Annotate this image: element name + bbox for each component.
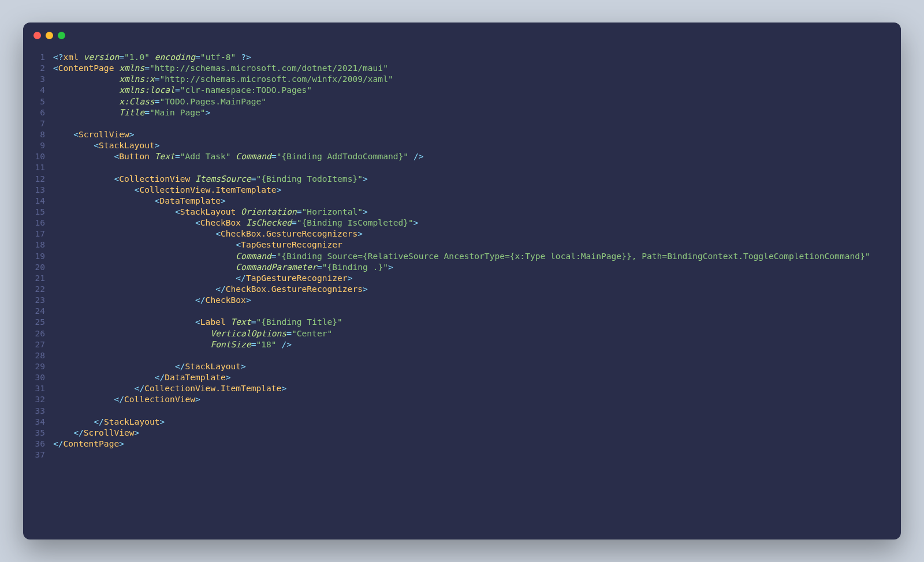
line-number: 17: [23, 228, 45, 239]
window-titlebar: [23, 23, 901, 48]
code-editor[interactable]: 1234567891011121314151617181920212223242…: [23, 48, 901, 539]
code-line: <?xml version="1.0" encoding="utf-8" ?>: [53, 51, 901, 62]
code-line: <ContentPage xmlns="http://schemas.micro…: [53, 62, 901, 73]
code-line: <StackLayout>: [53, 140, 901, 151]
editor-window: 1234567891011121314151617181920212223242…: [23, 23, 901, 539]
line-number: 8: [23, 129, 45, 140]
code-line: </CheckBox.GestureRecognizers>: [53, 283, 901, 294]
line-number: 28: [23, 350, 45, 361]
code-line: FontSize="18" />: [53, 339, 901, 350]
line-number: 14: [23, 195, 45, 206]
code-line: [53, 405, 901, 416]
line-number: 22: [23, 283, 45, 294]
code-line: <DataTemplate>: [53, 195, 901, 206]
line-number: 15: [23, 206, 45, 217]
line-number: 2: [23, 62, 45, 73]
line-number: 37: [23, 449, 45, 460]
code-content[interactable]: <?xml version="1.0" encoding="utf-8" ?><…: [53, 51, 901, 529]
line-number: 27: [23, 339, 45, 350]
close-icon[interactable]: [33, 32, 41, 39]
line-number: 36: [23, 438, 45, 449]
line-number: 33: [23, 405, 45, 416]
code-line: <StackLayout Orientation="Horizontal">: [53, 206, 901, 217]
code-line: [53, 350, 901, 361]
line-number: 12: [23, 173, 45, 184]
line-number: 11: [23, 162, 45, 173]
code-line: Command="{Binding Source={RelativeSource…: [53, 250, 901, 261]
line-number: 21: [23, 272, 45, 283]
line-number: 7: [23, 118, 45, 129]
line-number: 6: [23, 107, 45, 118]
code-line: <Label Text="{Binding Title}": [53, 316, 901, 327]
line-number: 35: [23, 427, 45, 438]
code-line: </StackLayout>: [53, 361, 901, 372]
line-number: 1: [23, 51, 45, 62]
line-number: 34: [23, 416, 45, 427]
line-number: 10: [23, 151, 45, 162]
line-number: 23: [23, 294, 45, 305]
minimize-icon[interactable]: [46, 32, 53, 39]
code-line: xmlns:local="clr-namespace:TODO.Pages": [53, 84, 901, 95]
code-line: </TapGestureRecognizer>: [53, 272, 901, 283]
code-line: [53, 118, 901, 129]
zoom-icon[interactable]: [58, 32, 65, 39]
line-number: 31: [23, 383, 45, 394]
code-line: <Button Text="Add Task" Command="{Bindin…: [53, 151, 901, 162]
line-number: 30: [23, 372, 45, 383]
code-line: </CollectionView>: [53, 394, 901, 404]
code-line: </CheckBox>: [53, 294, 901, 305]
code-line: </ScrollView>: [53, 427, 901, 438]
line-number: 29: [23, 361, 45, 372]
code-line: VerticalOptions="Center": [53, 328, 901, 339]
code-line: x:Class="TODO.Pages.MainPage": [53, 96, 901, 107]
line-number: 9: [23, 140, 45, 151]
line-number: 25: [23, 316, 45, 327]
line-number-gutter: 1234567891011121314151617181920212223242…: [23, 51, 53, 529]
code-line: [53, 162, 901, 173]
code-line: <CheckBox.GestureRecognizers>: [53, 228, 901, 239]
code-line: <CollectionView.ItemTemplate>: [53, 184, 901, 195]
line-number: 26: [23, 328, 45, 339]
line-number: 24: [23, 305, 45, 316]
line-number: 13: [23, 184, 45, 195]
line-number: 18: [23, 239, 45, 250]
code-line: <ScrollView>: [53, 129, 901, 140]
line-number: 16: [23, 217, 45, 228]
code-line: <CheckBox IsChecked="{Binding IsComplete…: [53, 217, 901, 228]
code-line: </CollectionView.ItemTemplate>: [53, 383, 901, 394]
code-line: <TapGestureRecognizer: [53, 239, 901, 250]
code-line: CommandParameter="{Binding .}">: [53, 261, 901, 272]
line-number: 5: [23, 96, 45, 107]
code-line: </StackLayout>: [53, 416, 901, 427]
line-number: 20: [23, 261, 45, 272]
line-number: 32: [23, 394, 45, 404]
line-number: 3: [23, 73, 45, 84]
code-line: </DataTemplate>: [53, 372, 901, 383]
code-line: [53, 305, 901, 316]
code-line: [53, 449, 901, 460]
line-number: 4: [23, 84, 45, 95]
code-line: <CollectionView ItemsSource="{Binding To…: [53, 173, 901, 184]
code-line: Title="Main Page">: [53, 107, 901, 118]
code-line: </ContentPage>: [53, 438, 901, 449]
code-line: xmlns:x="http://schemas.microsoft.com/wi…: [53, 73, 901, 84]
line-number: 19: [23, 250, 45, 261]
